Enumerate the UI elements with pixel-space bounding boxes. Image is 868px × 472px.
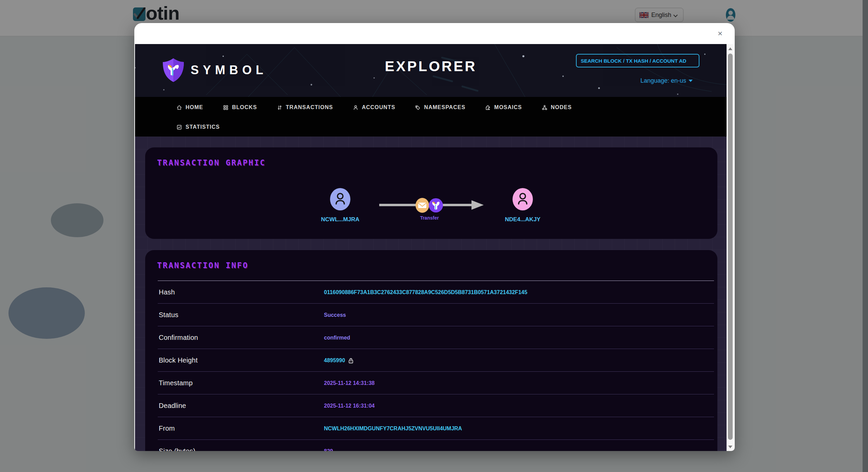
transfer-label: Transfer: [392, 215, 467, 221]
transactions-icon: [277, 105, 283, 110]
info-row-from: FromNCWLH26HXIMDGUNFY7CRAHJ5ZVNVU5UII4UM…: [158, 417, 714, 440]
transaction-info-card: TRANSACTION INFO Hash0116090886F73A1B3C2…: [145, 250, 717, 451]
info-row-confirmation: Confirmationconfirmed: [158, 326, 714, 349]
language-selector-label: Language: en-us: [640, 77, 686, 84]
info-row-status: StatusSuccess: [158, 304, 714, 326]
to-account-label[interactable]: NDE4...AKJY: [485, 216, 560, 223]
info-row-value: 2025-11-12 16:31:04: [324, 403, 374, 409]
blocks-icon: [223, 105, 229, 110]
info-row-label: Block Height: [159, 356, 198, 364]
nav-item-nodes[interactable]: NODES: [542, 104, 572, 110]
transaction-info-title: TRANSACTION INFO: [157, 261, 249, 270]
transaction-info-table: Hash0116090886F73A1B3C2762433C877828A9C5…: [158, 281, 714, 451]
nav-item-label: TRANSACTIONS: [286, 104, 333, 110]
symbol-explorer-frame: SYMBOL EXPLORER Language: en-us HOMEBLOC…: [135, 44, 734, 451]
scrollbar: [727, 44, 734, 451]
to-account-node[interactable]: [512, 188, 533, 211]
nav-item-blocks[interactable]: BLOCKS: [223, 104, 257, 110]
namespaces-icon: [415, 105, 421, 110]
nav-item-label: HOME: [186, 104, 203, 110]
navbar-row-2: STATISTICS: [176, 117, 220, 137]
info-row-value: 829: [324, 448, 333, 451]
nav-item-label: NODES: [551, 104, 572, 110]
explorer-modal: ×: [134, 23, 735, 451]
info-row-label: From: [159, 425, 175, 432]
nav-item-home[interactable]: HOME: [176, 104, 203, 110]
transfer-type-icons: [415, 198, 443, 213]
info-row-label: Size (bytes): [159, 447, 195, 451]
info-row-value: confirmed: [324, 335, 350, 341]
info-row-value[interactable]: 0116090886F73A1B3C2762433C877828A9C526D5…: [324, 289, 527, 295]
nav-item-mosaics[interactable]: MOSAICS: [485, 104, 522, 110]
transaction-graphic-card: TRANSACTION GRAPHIC NCWL...MJRA: [145, 147, 717, 239]
home-icon: [176, 105, 182, 110]
mosaics-icon: [485, 105, 491, 110]
info-row-size-bytes-: Size (bytes)829: [158, 440, 714, 451]
explorer-navbar: HOMEBLOCKSTRANSACTIONSACCOUNTSNAMESPACES…: [135, 97, 727, 137]
accounts-icon: [353, 105, 359, 110]
symbol-mosaic-icon: [429, 198, 443, 213]
scrollbar-down-arrow[interactable]: [728, 446, 732, 448]
nav-item-transactions[interactable]: TRANSACTIONS: [277, 104, 333, 110]
caret-down-icon: [689, 80, 693, 82]
nav-item-label: MOSAICS: [494, 104, 522, 110]
envelope-icon: [415, 198, 429, 213]
info-row-label: Deadline: [159, 402, 186, 410]
nav-item-statistics[interactable]: STATISTICS: [176, 124, 220, 130]
navbar-row-1: HOMEBLOCKSTRANSACTIONSACCOUNTSNAMESPACES…: [176, 98, 572, 117]
lock-icon: [348, 358, 353, 364]
transaction-graphic-title: TRANSACTION GRAPHIC: [157, 158, 266, 167]
info-row-label: Status: [159, 311, 178, 319]
info-row-timestamp: Timestamp2025-11-12 14:31:38: [158, 372, 714, 394]
nodes-icon: [542, 105, 547, 110]
explorer-header: SYMBOL EXPLORER Language: en-us: [135, 44, 727, 97]
nav-item-label: NAMESPACES: [424, 104, 465, 110]
info-row-deadline: Deadline2025-11-12 16:31:04: [158, 394, 714, 417]
scrollbar-up-arrow[interactable]: [728, 47, 732, 50]
nav-item-label: BLOCKS: [232, 104, 257, 110]
nav-item-label: ACCOUNTS: [362, 104, 396, 110]
scrollbar-thumb[interactable]: [728, 54, 733, 440]
info-row-value: 2025-11-12 14:31:38: [324, 380, 374, 386]
info-row-value[interactable]: NCWLH26HXIMDGUNFY7CRAHJ5ZVNVU5UII4UMJRA: [324, 426, 462, 432]
info-row-hash: Hash0116090886F73A1B3C2762433C877828A9C5…: [158, 281, 714, 304]
statistics-icon: [176, 124, 182, 130]
explorer-language-selector[interactable]: Language: en-us: [640, 77, 693, 84]
from-account-label[interactable]: NCWL...MJRA: [303, 216, 378, 223]
info-row-value[interactable]: 4895990: [324, 357, 353, 364]
explorer-body: TRANSACTION GRAPHIC NCWL...MJRA: [135, 137, 727, 451]
info-row-block-height: Block Height4895990: [158, 349, 714, 372]
info-row-label: Confirmation: [159, 334, 198, 342]
close-icon[interactable]: ×: [715, 28, 725, 39]
nav-item-accounts[interactable]: ACCOUNTS: [353, 104, 396, 110]
nav-item-label: STATISTICS: [186, 124, 220, 130]
search-input[interactable]: [576, 54, 699, 67]
info-row-value: Success: [324, 312, 346, 318]
from-account-node[interactable]: [330, 188, 351, 211]
nav-item-namespaces[interactable]: NAMESPACES: [415, 104, 465, 110]
info-row-label: Hash: [159, 288, 175, 296]
info-row-label: Timestamp: [159, 379, 193, 387]
